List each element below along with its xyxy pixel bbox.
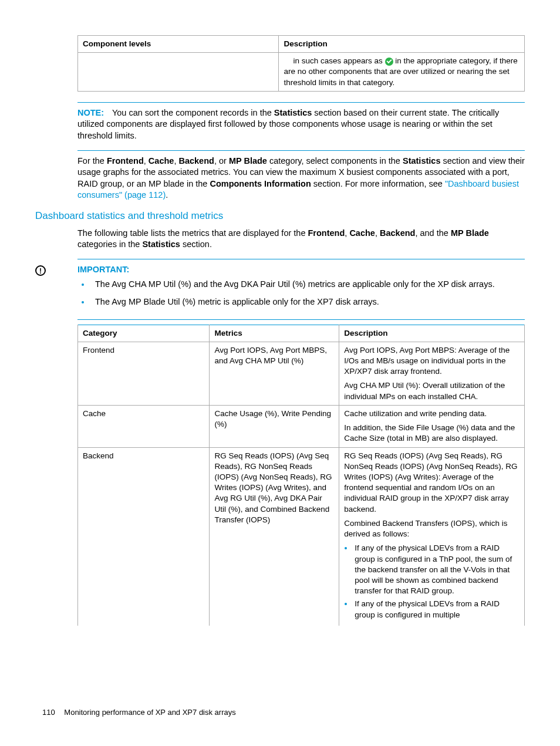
- rule-line: [77, 150, 525, 151]
- rule-line: [77, 319, 525, 320]
- bold-backend: Backend: [380, 228, 415, 238]
- checkmark-icon: [385, 58, 393, 66]
- paragraph-3: The following table lists the metrics th…: [77, 228, 525, 251]
- section-heading: Dashboard statistics and threshold metri…: [35, 210, 525, 223]
- note-block: NOTE: You can sort the component records…: [77, 107, 525, 142]
- bold-mpblade: MP Blade: [451, 228, 489, 238]
- desc-p1: Cache utilization and write pending data…: [344, 409, 519, 419]
- table-row: Frontend Avg Port IOPS, Avg Port MBPS, a…: [78, 342, 525, 405]
- cell-category: Backend: [78, 447, 210, 626]
- cell-description: Cache utilization and write pending data…: [339, 405, 525, 447]
- table-header-row: Component levels Description: [78, 36, 525, 53]
- text: .: [166, 190, 168, 200]
- page: Component levels Description in such cas…: [0, 0, 560, 746]
- table-row: Backend RG Seq Reads (IOPS) (Avg Seq Rea…: [78, 447, 525, 626]
- desc-p2: In addition, the Side File Usage (%) dat…: [344, 423, 519, 444]
- content-area-3: Category Metrics Description Frontend Av…: [35, 325, 525, 626]
- text: category, select components in the: [267, 156, 403, 166]
- cell-empty: [78, 53, 279, 92]
- desc-text-pre: in such cases appears as: [293, 56, 384, 65]
- header-metrics: Metrics: [210, 325, 339, 342]
- cell-description: in such cases appears as in the appropri…: [279, 53, 525, 92]
- footer-title: Monitoring performance of XP and XP7 dis…: [64, 708, 235, 717]
- important-list: The Avg CHA MP Util (%) and the Avg DKA …: [77, 279, 525, 308]
- desc-p2: Combined Backend Transfers (IOPS), which…: [344, 518, 519, 539]
- header-description: Description: [339, 325, 525, 342]
- bold-statistics: Statistics: [403, 156, 440, 166]
- bold-components-info: Components Information: [210, 179, 311, 188]
- important-label: IMPORTANT:: [77, 264, 525, 276]
- note-text-1: You can sort the component records in th…: [112, 108, 274, 117]
- text: ,: [144, 156, 149, 166]
- list-item: The Avg MP Blade Util (%) metric is appl…: [90, 296, 525, 308]
- cell-category: Frontend: [78, 342, 210, 405]
- bold-cache: Cache: [149, 156, 174, 166]
- table-row: Cache Cache Usage (%), Write Pending (%)…: [78, 405, 525, 447]
- component-levels-table: Component levels Description in such cas…: [77, 35, 525, 92]
- text: , or: [214, 156, 229, 166]
- content-area: Component levels Description in such cas…: [35, 35, 525, 201]
- note-label: NOTE:: [77, 108, 110, 117]
- important-block: ! IMPORTANT: The Avg CHA MP Util (%) and…: [35, 264, 525, 318]
- header-category: Category: [78, 325, 210, 342]
- cell-metrics: RG Seq Reads (IOPS) (Avg Seq Reads), RG …: [210, 447, 339, 626]
- bold-frontend: Frontend: [308, 228, 345, 238]
- text: ,: [375, 228, 380, 238]
- desc-p2: Avg CHA MP Util (%): Overall utilization…: [344, 380, 519, 401]
- bold-statistics: Statistics: [274, 108, 312, 117]
- important-content: IMPORTANT: The Avg CHA MP Util (%) and t…: [77, 264, 525, 318]
- header-component-levels: Component levels: [78, 36, 279, 53]
- metrics-table: Category Metrics Description Frontend Av…: [77, 325, 525, 626]
- desc-list: If any of the physical LDEVs from a RAID…: [344, 543, 519, 620]
- desc-p1: RG Seq Reads (IOPS) (Avg Seq Reads), RG …: [344, 451, 519, 515]
- bold-backend: Backend: [178, 156, 214, 166]
- page-number: 110: [42, 707, 55, 718]
- list-item: If any of the physical LDEVs from a RAID…: [353, 543, 519, 596]
- bold-statistics: Statistics: [142, 239, 180, 249]
- rule-line: [77, 102, 525, 103]
- cell-description: Avg Port IOPS, Avg Port MBPS: Average of…: [339, 342, 525, 405]
- cell-metrics: Cache Usage (%), Write Pending (%): [210, 405, 339, 447]
- text: For the: [77, 156, 107, 166]
- rule-line: [77, 259, 525, 259]
- bold-frontend: Frontend: [107, 156, 144, 166]
- table-header-row: Category Metrics Description: [78, 325, 525, 342]
- text: section. For more information, see: [311, 179, 445, 188]
- text: , and the: [415, 228, 450, 238]
- desc-p1: Avg Port IOPS, Avg Port MBPS: Average of…: [344, 345, 519, 377]
- important-icon: !: [35, 265, 46, 276]
- header-description: Description: [279, 36, 525, 53]
- bold-mpblade: MP Blade: [229, 156, 267, 166]
- cell-metrics: Avg Port IOPS, Avg Port MBPS, and Avg CH…: [210, 342, 339, 405]
- text: categories in the: [77, 239, 142, 249]
- table-row: in such cases appears as in the appropri…: [78, 53, 525, 92]
- page-footer: 110 Monitoring performance of XP and XP7…: [42, 707, 236, 718]
- list-item: If any of the physical LDEVs from a RAID…: [353, 599, 519, 620]
- text: section.: [180, 239, 212, 249]
- content-area-2: The following table lists the metrics th…: [35, 228, 525, 251]
- bold-cache: Cache: [349, 228, 375, 238]
- cell-category: Cache: [78, 405, 210, 447]
- paragraph-2: For the Frontend, Cache, Backend, or MP …: [77, 156, 525, 201]
- text: The following table lists the metrics th…: [77, 228, 308, 238]
- cell-description: RG Seq Reads (IOPS) (Avg Seq Reads), RG …: [339, 447, 525, 626]
- list-item: The Avg CHA MP Util (%) and the Avg DKA …: [90, 279, 525, 291]
